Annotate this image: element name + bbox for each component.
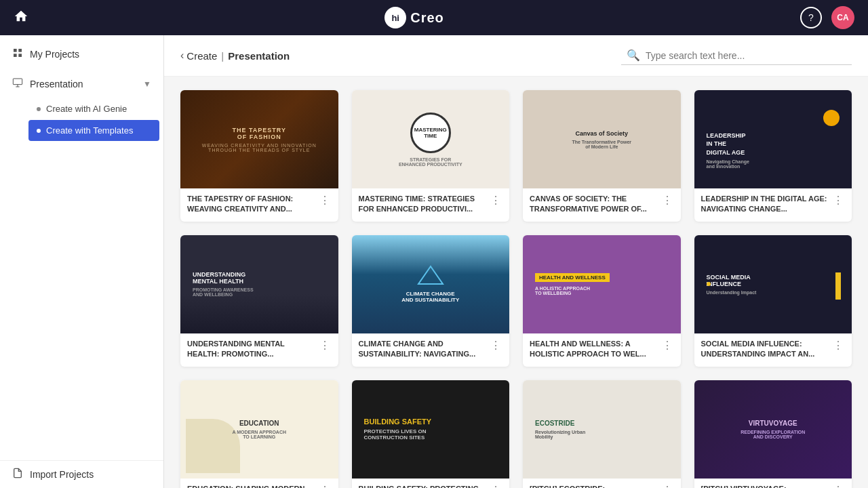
template-title: LEADERSHIP IN THE DIGITAL AGE: NAVIGATIN… (701, 194, 829, 215)
logo-hi-badge: hi (384, 7, 406, 28)
create-templates-label: Create with Templates (46, 125, 133, 136)
main-content: ‹ Create | Presentation 🔍 THE TAPESTRYOF… (164, 35, 868, 488)
user-avatar[interactable]: CA (831, 6, 854, 29)
sidebar-item-create-templates[interactable]: Create with Templates (28, 120, 159, 141)
template-menu-button[interactable]: ⋮ (489, 484, 502, 488)
template-title: UNDERSTANDING MENTAL HEALTH: PROMOTING..… (187, 339, 315, 360)
template-title: [Pitch] ECOSTRIDE: Revolutionizing Urban… (530, 484, 658, 488)
topnav-right: ? CA (800, 6, 854, 29)
template-card[interactable]: UNDERSTANDINGMENTAL HEALTHPROMOTING AWAR… (180, 235, 338, 367)
template-title: MASTERING TIME: STRATEGIES FOR ENHANCED … (359, 194, 487, 215)
logo: hi Creo (384, 7, 444, 28)
template-menu-button[interactable]: ⋮ (831, 484, 845, 488)
home-button[interactable] (14, 9, 28, 27)
logo-creo-text: Creo (410, 10, 444, 26)
presentation-section: Presentation ▼ Create with AI Genie Crea… (0, 68, 163, 144)
sidebar-item-ai-genie[interactable]: Create with AI Genie (28, 98, 159, 119)
svg-rect-2 (14, 54, 17, 57)
template-menu-button[interactable]: ⋮ (660, 194, 674, 207)
template-title: BUILDING SAFETY: PROTECTING LIVES ON CON… (359, 484, 487, 488)
template-title: CLIMATE CHANGE AND SUSTAINABILITY: NAVIG… (359, 339, 487, 360)
grid-icon (12, 47, 23, 61)
template-card[interactable]: THE TAPESTRYOF FASHIONWEAVING CREATIVITY… (180, 90, 338, 222)
template-menu-button[interactable]: ⋮ (660, 484, 674, 488)
template-title: EDUCATION: SHAPING MODERN SOCIETY (187, 484, 315, 488)
template-menu-button[interactable]: ⋮ (318, 194, 332, 207)
sidebar-sub-menu: Create with AI Genie Create with Templat… (0, 98, 163, 141)
template-card[interactable]: CLIMATE CHANGEAND SUSTAINABILITYCLIMATE … (352, 235, 510, 367)
svg-rect-4 (13, 79, 22, 85)
template-card[interactable]: ECOSTRIDERevolutionizing UrbanMobility[P… (523, 380, 681, 488)
chevron-down-icon: ▼ (143, 79, 151, 89)
template-card[interactable]: MASTERINGTIMESTRATEGIES FORENHANCED PROD… (352, 90, 510, 222)
dot-active-icon (37, 129, 41, 133)
template-card[interactable]: VIRTUVOYAGEREDEFINING EXPLORATIONAND DIS… (694, 380, 852, 488)
breadcrumb: ‹ Create | Presentation (180, 49, 290, 62)
template-title: HEALTH AND WELLNESS: A HOLISTIC APPROACH… (530, 339, 658, 360)
search-icon: 🔍 (627, 49, 640, 62)
sidebar: My Projects Presentation ▼ Create with A… (0, 35, 164, 488)
import-projects-label: Import Projects (30, 469, 94, 480)
breadcrumb-separator: | (221, 50, 224, 62)
template-menu-button[interactable]: ⋮ (489, 339, 502, 352)
template-card[interactable]: EDUCATIONA MODERN APPROACHTO LEARNINGEDU… (180, 380, 338, 488)
breadcrumb-create[interactable]: Create (186, 50, 217, 62)
search-input[interactable] (646, 50, 846, 61)
template-card[interactable]: LEADERSHIPIN THEDIGITAL AGENavigating Ch… (694, 90, 852, 222)
sidebar-bottom: Import Projects (0, 460, 163, 488)
svg-marker-7 (418, 266, 443, 284)
template-grid: THE TAPESTRYOF FASHIONWEAVING CREATIVITY… (180, 90, 852, 488)
my-projects-label: My Projects (30, 49, 79, 60)
template-menu-button[interactable]: ⋮ (318, 484, 332, 488)
sidebar-presentation-parent[interactable]: Presentation ▼ (0, 70, 163, 98)
template-card[interactable]: Canvas of SocietyThe Transformative Powe… (523, 90, 681, 222)
template-card[interactable]: BUILDING SAFETYPROTECTING LIVES ONCONSTR… (352, 380, 510, 488)
import-icon (12, 468, 23, 481)
sidebar-item-my-projects[interactable]: My Projects (0, 41, 163, 68)
back-arrow-icon[interactable]: ‹ (180, 49, 184, 62)
svg-rect-0 (14, 49, 17, 52)
template-menu-button[interactable]: ⋮ (831, 194, 845, 207)
sidebar-item-import-projects[interactable]: Import Projects (0, 461, 163, 488)
template-title: [Pitch] VIRTUVOYAGE: REDEFINING EXPLORAT… (701, 484, 829, 488)
search-bar[interactable]: 🔍 (621, 46, 852, 65)
breadcrumb-current: Presentation (228, 50, 290, 62)
template-menu-button[interactable]: ⋮ (318, 339, 332, 352)
template-card[interactable]: HEALTH AND WELLNESSA HOLISTIC APPROACHTO… (523, 235, 681, 367)
template-menu-button[interactable]: ⋮ (660, 339, 674, 352)
presentation-label: Presentation (30, 79, 83, 89)
template-grid-container: THE TAPESTRYOF FASHIONWEAVING CREATIVITY… (164, 77, 868, 488)
help-button[interactable]: ? (800, 7, 822, 28)
template-menu-button[interactable]: ⋮ (489, 194, 502, 207)
monitor-icon (12, 77, 23, 91)
svg-rect-1 (18, 49, 22, 52)
template-title: SOCIAL MEDIA INFLUENCE: UNDERSTANDING IM… (701, 339, 829, 360)
svg-rect-3 (18, 54, 22, 57)
top-navigation: hi Creo ? CA (0, 0, 868, 35)
content-header: ‹ Create | Presentation 🔍 (164, 35, 868, 77)
dot-icon (37, 107, 41, 111)
template-title: THE TAPESTRY OF FASHION: WEAVING CREATIV… (187, 194, 315, 215)
template-card[interactable]: SOCIAL MEDIAINFLUENCEUnderstanding Impac… (694, 235, 852, 367)
template-menu-button[interactable]: ⋮ (831, 339, 845, 352)
ai-genie-label: Create with AI Genie (46, 104, 127, 114)
template-title: CANVAS OF SOCIETY: THE TRANSFORMATIVE PO… (530, 194, 658, 215)
